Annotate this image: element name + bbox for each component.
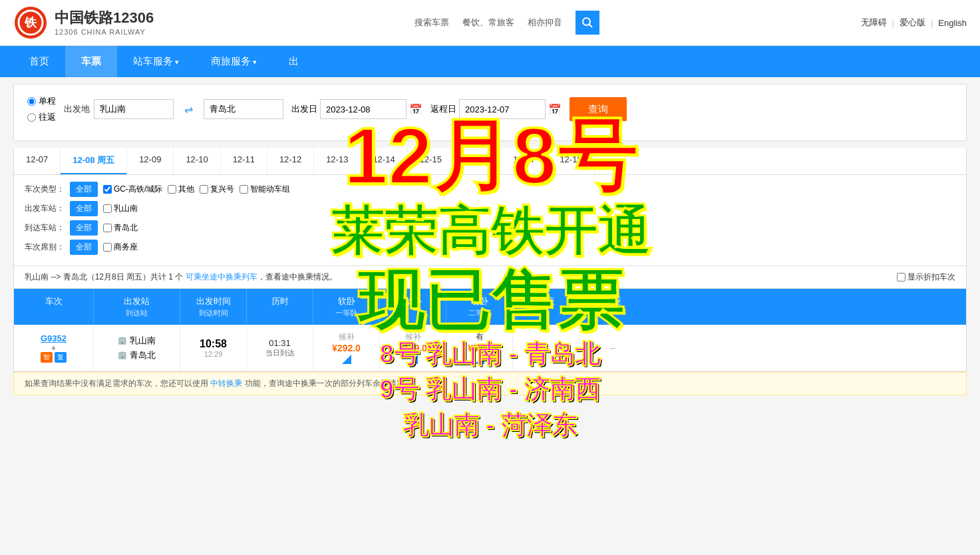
nav-home[interactable]: 首页 <box>13 46 65 77</box>
header-search-area: 搜索车票 餐饮、常旅客 相亦抑音 <box>154 11 860 35</box>
nav-business-travel[interactable]: 商旅服务 <box>195 46 273 77</box>
discount-checkbox[interactable]: 显示折扣车次 <box>897 272 955 283</box>
date-tab-1207[interactable]: 12-07 <box>14 148 61 174</box>
heartcare-link[interactable]: 爱心版 <box>899 17 925 29</box>
col-hard-seat: 硬座 <box>579 289 646 325</box>
cell-station: 🏢 乳山南 🏢 青岛北 <box>94 325 180 371</box>
transfer-function-link[interactable]: 中转换乘 <box>210 379 242 388</box>
date-tab-1214[interactable]: 12-14 <box>361 148 407 174</box>
one-way-radio-input[interactable] <box>27 97 36 106</box>
type-gc-checkbox[interactable]: GC-高铁/城际 <box>103 184 162 195</box>
nav-more[interactable]: 出 <box>273 46 315 77</box>
type-filter-label: 车次类型： <box>25 184 65 195</box>
results-table: 车次 出发站 到达站 出发时间 到达时间 历时 软卧 一等卧 动卧 硬卧 二等卧… <box>13 289 967 372</box>
date-tab-1217[interactable]: 12-17 <box>501 148 548 174</box>
seat-biz-checkbox[interactable]: 商务座 <box>103 242 138 253</box>
search-icon <box>581 17 593 29</box>
depart-input[interactable] <box>320 99 407 119</box>
second-class-price: ¥139.0 <box>399 343 427 353</box>
to-input[interactable] <box>204 99 283 119</box>
soft-sleeper-note: 候补 <box>339 331 355 343</box>
seat-filter-label: 车次席别： <box>25 242 65 253</box>
cell-train-no: G9352 ▲ 智 复 <box>14 325 94 371</box>
badge-zhi: 智 <box>41 352 53 363</box>
date-tab-1208[interactable]: 12-08 周五 <box>61 148 127 174</box>
cell-time: 10:58 12:29 <box>180 325 247 371</box>
depart-filter-label: 出发车站： <box>25 203 65 214</box>
table-row: G9352 ▲ 智 复 🏢 乳山南 🏢 青岛北 10:58 12:29 01:3… <box>14 325 966 371</box>
depart-all-chip[interactable]: 全部 <box>70 201 98 216</box>
date-tabs: 12-07 12-08 周五 12-09 12-10 12-11 12-12 1… <box>13 148 967 175</box>
english-link[interactable]: English <box>938 18 967 28</box>
railway-logo-icon: 铁 <box>13 5 48 40</box>
date-tab-1210[interactable]: 12-10 <box>174 148 220 174</box>
type-fuxing-checkbox[interactable]: 复兴号 <box>200 184 234 195</box>
search-form: 单程 往返 出发地 ⇌ 出发日 📅 返程日 📅 查询 <box>13 84 967 141</box>
date-tab-1213[interactable]: 12-13 <box>314 148 361 174</box>
swap-icon[interactable]: ⇌ <box>184 103 193 116</box>
cell-hard-seat: -- <box>579 325 646 371</box>
filters-panel: 车次类型： 全部 GC-高铁/城际 其他 复兴号 智能动车组 出发车站： 全部 … <box>13 175 967 266</box>
depart-label: 出发日 <box>291 103 317 115</box>
from-input[interactable] <box>94 99 174 119</box>
from-station: 乳山南 <box>130 335 156 347</box>
date-tab-1215[interactable]: 12-15 <box>408 148 454 174</box>
round-trip-radio[interactable]: 往返 <box>27 111 56 123</box>
badge-fu: 复 <box>55 352 67 363</box>
svg-line-4 <box>589 25 593 28</box>
arrive-all-chip[interactable]: 全部 <box>70 220 98 236</box>
col-soft-sleeper: 软卧 一等卧 <box>313 289 380 325</box>
footer-note: 如果查询结果中没有满足需求的车次，您还可以使用 中转换乘 功能，查询途中换乘一次… <box>13 372 967 395</box>
col-train: 车次 <box>14 289 94 325</box>
type-all-chip[interactable]: 全部 <box>70 182 98 197</box>
date-tab-1211[interactable]: 12-11 <box>221 148 267 174</box>
date-tab-1212[interactable]: 12-12 <box>267 148 314 174</box>
search-quick-link-dining[interactable]: 餐饮、常旅客 <box>462 17 514 29</box>
type-smart-checkbox[interactable]: 智能动车组 <box>240 184 290 195</box>
cell-duration: 01:31 当日到达 <box>247 325 313 371</box>
cell-moving-sleeper: 候补 ¥139.0 <box>380 325 446 371</box>
search-submit-button[interactable]: 查询 <box>570 97 627 121</box>
one-way-radio[interactable]: 单程 <box>27 95 56 107</box>
round-trip-radio-input[interactable] <box>27 113 36 122</box>
sep1: | <box>892 18 894 28</box>
page-header: 铁 中国铁路12306 12306 CHINA RAILWAY 搜索车票 餐饮、… <box>0 0 980 46</box>
return-input[interactable] <box>459 99 546 119</box>
arrive-time: 12:29 <box>204 350 223 358</box>
arrive-note: 当日到达 <box>265 348 295 358</box>
date-tab-1218[interactable]: 12-18 <box>548 148 594 174</box>
depart-rushan-checkbox[interactable]: 乳山南 <box>103 203 138 214</box>
return-label: 返程日 <box>430 103 456 115</box>
moving-sleeper-note: 候补 <box>405 331 421 343</box>
date-tab-1216[interactable]: 12-16 <box>454 148 501 174</box>
train-number[interactable]: G9352 <box>41 333 67 343</box>
nav-station-service[interactable]: 站车服务 <box>117 46 195 77</box>
svg-text:铁: 铁 <box>24 16 37 29</box>
svg-point-3 <box>583 18 590 25</box>
search-quick-link-match[interactable]: 相亦抑音 <box>528 17 562 29</box>
logo-en: 12306 CHINA RAILWAY <box>55 27 154 37</box>
results-header: 乳山南 --> 青岛北（12月8日 周五）共计 1 个 可乘坐途中换乘列车，查看… <box>13 266 967 289</box>
date-tab-1209[interactable]: 12-09 <box>127 148 174 174</box>
to-field <box>204 99 283 119</box>
soft-seat-value: -- <box>544 343 549 353</box>
arrive-qingdao-checkbox[interactable]: 青岛北 <box>103 222 138 234</box>
arrive-filter-label: 到达车站： <box>25 222 65 234</box>
depart-calendar-icon[interactable]: 📅 <box>409 103 422 116</box>
return-calendar-icon[interactable]: 📅 <box>548 103 562 116</box>
col-moving-sleeper: 动卧 <box>380 289 446 325</box>
table-header: 车次 出发站 到达站 出发时间 到达时间 历时 软卧 一等卧 动卧 硬卧 二等卧… <box>14 289 966 325</box>
navbar: 首页 车票 站车服务 商旅服务 出 <box>0 46 980 77</box>
type-other-checkbox[interactable]: 其他 <box>168 184 194 195</box>
col-time: 出发时间 到达时间 <box>180 289 247 325</box>
cell-soft-sleeper: 候补 ¥292.0 <box>313 325 380 371</box>
seat-all-chip[interactable]: 全部 <box>70 240 98 255</box>
search-quick-link-tickets[interactable]: 搜索车票 <box>414 17 449 29</box>
nav-tickets[interactable]: 车票 <box>65 46 117 77</box>
accessibility-link[interactable]: 无障碍 <box>861 17 887 29</box>
transfer-link[interactable]: 可乘坐途中换乘列车 <box>186 272 257 281</box>
route-summary: 乳山南 --> 青岛北（12月8日 周五）共计 1 个 可乘坐途中换乘列车，查看… <box>25 272 337 283</box>
header-search-button[interactable] <box>575 11 599 35</box>
seat-filter-row: 车次席别： 全部 商务座 <box>25 240 955 255</box>
business-price: ¥88.0 <box>468 343 491 353</box>
